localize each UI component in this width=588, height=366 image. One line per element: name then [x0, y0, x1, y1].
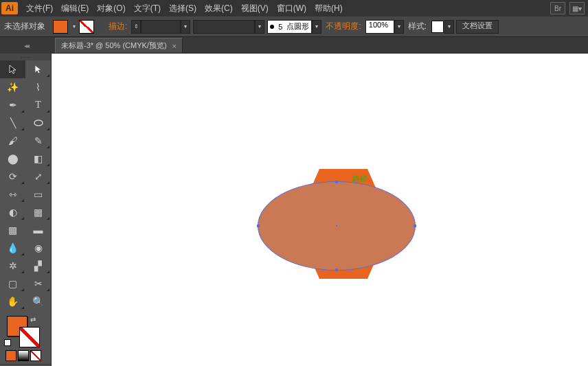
- document-tab-title: 未标题-3* @ 50% (CMYK/预览): [61, 41, 167, 51]
- stroke-profile-field[interactable]: 5 点圆形: [267, 20, 312, 34]
- fill-stroke-control[interactable]: ⇄: [0, 313, 51, 349]
- menu-help[interactable]: 帮助(H): [310, 3, 347, 14]
- stroke-weight-field[interactable]: [141, 20, 181, 34]
- lasso-tool[interactable]: ⌇: [25, 78, 51, 96]
- panel-collapse-button[interactable]: [0, 37, 52, 54]
- opacity-dropdown[interactable]: ▾: [394, 20, 404, 34]
- selection-status: 未选择对象: [4, 21, 45, 32]
- menu-type[interactable]: 文字(T): [130, 3, 165, 14]
- symbol-sprayer-tool[interactable]: ✲: [0, 257, 25, 275]
- document-setup-button[interactable]: 文档设置: [456, 20, 499, 34]
- fill-swatch[interactable]: [53, 20, 68, 34]
- stroke-color-box[interactable]: [19, 327, 40, 347]
- ellipse-tool[interactable]: [25, 114, 51, 132]
- magic-wand-tool[interactable]: ✨: [0, 78, 25, 96]
- style-swatch[interactable]: [431, 21, 444, 33]
- menu-view[interactable]: 视图(V): [237, 3, 273, 14]
- rotate-tool[interactable]: ⟳: [0, 168, 25, 185]
- menu-window[interactable]: 窗口(W): [273, 3, 310, 14]
- stroke-profile-name: 点圆形: [284, 21, 311, 32]
- free-transform-tool[interactable]: ▭: [25, 185, 51, 203]
- slice-tool[interactable]: ✂: [25, 275, 51, 293]
- anchor-point-icon[interactable]: [335, 181, 338, 183]
- blend-tool[interactable]: ◉: [25, 239, 51, 257]
- artboard[interactable]: 路径: [52, 54, 588, 366]
- bridge-button[interactable]: Br: [550, 2, 565, 14]
- stroke-swatch[interactable]: [79, 20, 94, 34]
- menu-edit[interactable]: 编辑(E): [57, 3, 93, 14]
- color-mode-gradient[interactable]: [18, 350, 29, 361]
- color-mode-row: [0, 349, 51, 363]
- color-mode-solid[interactable]: [5, 350, 16, 361]
- blob-brush-tool[interactable]: ⬤: [0, 150, 25, 168]
- arrange-documents-button[interactable]: ▦▾: [569, 2, 585, 14]
- document-tab[interactable]: 未标题-3* @ 50% (CMYK/预览) ×: [55, 38, 183, 53]
- width-tool[interactable]: ⇿: [0, 185, 25, 203]
- line-tool[interactable]: ╲: [0, 114, 25, 132]
- ellipse-shape[interactable]: [258, 181, 416, 271]
- shape-builder-tool[interactable]: ◐: [0, 203, 25, 221]
- gradient-tool[interactable]: ▬: [25, 221, 51, 239]
- stroke-profile-value: 5: [276, 23, 284, 31]
- eyedropper-tool[interactable]: 💧: [0, 239, 25, 257]
- toolbox: ✨ ⌇ ✒ T ╲ 🖌 ✎ ⬤ ◧ ⟳ ⤢ ⇿ ▭ ◐ ▦ ▩ ▬ 💧 ◉ ✲ …: [0, 54, 52, 366]
- svg-point-0: [34, 120, 43, 126]
- type-tool[interactable]: T: [25, 96, 51, 114]
- stroke-label: 描边:: [109, 21, 127, 32]
- menu-effect[interactable]: 效果(C): [201, 3, 237, 14]
- style-dropdown[interactable]: ▾: [444, 20, 454, 34]
- selection-tool[interactable]: [0, 60, 25, 78]
- stroke-weight-dropdown[interactable]: ▾: [181, 20, 190, 34]
- anchor-point-icon[interactable]: [414, 225, 416, 227]
- column-graph-tool[interactable]: ▞: [25, 257, 51, 275]
- smart-guide-label: 路径: [352, 174, 368, 184]
- brush-definition-dropdown[interactable]: ▾: [255, 20, 264, 34]
- brush-definition-field[interactable]: [193, 20, 255, 34]
- stroke-weight-stepper[interactable]: ⇕: [131, 20, 141, 34]
- profile-dot-icon: [270, 25, 274, 29]
- stroke-profile-dropdown[interactable]: ▾: [312, 20, 321, 34]
- opacity-label: 不透明度:: [326, 21, 361, 32]
- menu-object[interactable]: 对象(O): [93, 3, 129, 14]
- direct-selection-tool[interactable]: [25, 60, 51, 78]
- scale-tool[interactable]: ⤢: [25, 168, 51, 185]
- opacity-field[interactable]: 100%: [365, 20, 394, 34]
- control-bar: 未选择对象 描边: ⇕ ▾ ▾ 5 点圆形 ▾ 不透明度: 100% ▾ 样式:…: [0, 16, 588, 37]
- menu-select[interactable]: 选择(S): [165, 3, 201, 14]
- zoom-tool[interactable]: 🔍: [25, 293, 51, 310]
- anchor-point-icon[interactable]: [257, 225, 260, 227]
- hand-tool[interactable]: ✋: [0, 293, 25, 310]
- default-fill-stroke-icon[interactable]: [4, 339, 11, 346]
- mesh-tool[interactable]: ▩: [0, 221, 25, 239]
- color-mode-none[interactable]: [30, 350, 41, 361]
- artboard-tool[interactable]: ▢: [0, 275, 25, 293]
- menu-file[interactable]: 文件(F): [22, 3, 57, 14]
- close-tab-icon[interactable]: ×: [172, 42, 177, 50]
- app-logo-icon: Ai: [1, 2, 18, 14]
- document-tab-bar: 未标题-3* @ 50% (CMYK/预览) ×: [0, 37, 588, 54]
- perspective-grid-tool[interactable]: ▦: [25, 203, 51, 221]
- pencil-tool[interactable]: ✎: [25, 132, 51, 150]
- paintbrush-tool[interactable]: 🖌: [0, 132, 25, 150]
- toolbox-grip[interactable]: [0, 54, 51, 60]
- swap-fill-stroke-icon[interactable]: ⇄: [30, 316, 36, 323]
- eraser-tool[interactable]: ◧: [25, 150, 51, 168]
- workspace: 路径: [52, 54, 588, 366]
- menubar: Ai 文件(F) 编辑(E) 对象(O) 文字(T) 选择(S) 效果(C) 视…: [0, 0, 588, 16]
- center-point-icon: [336, 225, 337, 227]
- style-label: 样式:: [408, 21, 427, 32]
- anchor-point-icon[interactable]: [335, 268, 338, 271]
- pen-tool[interactable]: ✒: [0, 96, 25, 114]
